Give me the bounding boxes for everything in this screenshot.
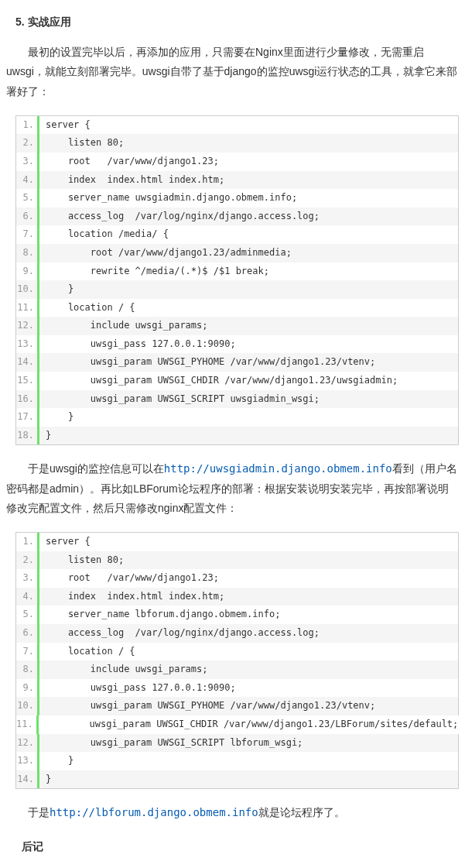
code-text: uwsgi_param UWSGI_PYHOME /var/www/django… [39,353,458,372]
line-number: 5. [16,606,39,624]
code-line: 10. uwsgi_param UWSGI_PYHOME /var/www/dj… [16,697,458,715]
text: 于是uwsgi的监控信息可以在 [28,462,164,475]
code-text: location / { [39,643,458,661]
code-text: root /var/www/django1.23/adminmedia; [39,244,458,262]
code-text: listen 80; [39,551,458,570]
code-block-2: 1.server {2. listen 80;3. root /var/www/… [15,532,459,789]
code-text: access_log /var/log/nginx/django.access.… [39,624,458,643]
code-text: rewrite ^/media/(.*)$ /$1 break; [39,262,458,281]
line-number: 11. [16,299,39,317]
line-number: 9. [16,262,39,281]
code-line: 9. rewrite ^/media/(.*)$ /$1 break; [16,262,458,281]
code-text: root /var/www/django1.23; [39,153,458,171]
code-text: } [39,770,458,789]
line-number: 5. [16,189,39,208]
line-number: 8. [16,660,39,679]
code-line: 17. } [16,408,458,427]
line-number: 3. [16,153,39,171]
code-line: 7. location /media/ { [16,225,458,244]
section-heading: 5. 实战应用 [15,12,459,32]
line-number: 17. [16,408,39,427]
code-text: include uwsgi_params; [39,660,458,679]
code-text: index index.html index.htm; [39,171,458,190]
code-text: listen 80; [39,134,458,153]
code-text: location /media/ { [39,225,458,244]
line-number: 14. [16,770,39,789]
code-line: 13. } [16,752,458,770]
line-number: 1. [16,533,39,551]
code-line: 14.} [16,770,458,789]
code-text: index index.html index.htm; [39,588,458,606]
code-text: server_name uwsgiadmin.django.obmem.info… [39,189,458,208]
line-number: 7. [16,643,39,661]
code-line: 2. listen 80; [16,551,458,570]
code-text: server { [39,533,458,551]
line-number: 12. [16,734,39,753]
line-number: 10. [16,280,39,299]
code-line: 12. uwsgi_param UWSGI_SCRIPT lbforum_wsg… [16,734,458,753]
line-number: 6. [16,624,39,643]
code-line: 5. server_name uwsgiadmin.django.obmem.i… [16,189,458,208]
code-text: uwsgi_param UWSGI_CHDIR /var/www/django1… [39,715,465,734]
line-number: 4. [16,588,39,606]
code-line: 3. root /var/www/django1.23; [16,153,458,171]
line-number: 9. [16,679,39,698]
code-text: uwsgi_param UWSGI_CHDIR /var/www/django1… [39,372,458,390]
line-number: 7. [16,225,39,244]
code-line: 5. server_name lbforum.django.obmem.info… [16,606,458,624]
code-line: 6. access_log /var/log/nginx/django.acce… [16,208,458,226]
line-number: 2. [16,134,39,153]
code-text: } [39,408,458,427]
paragraph-2: 于是uwsgi的监控信息可以在http://uwsgiadmin.django.… [6,459,459,518]
intro-paragraph-1: 最初的设置完毕以后，再添加的应用，只需要在Nginx里面进行少量修改，无需重启u… [6,43,459,101]
text: 于是 [28,806,50,818]
line-number: 6. [16,208,39,226]
line-number: 15. [16,372,39,390]
code-line: 4. index index.html index.htm; [16,588,458,606]
line-number: 10. [16,697,39,715]
line-number: 1. [16,116,39,135]
line-number: 11. [16,715,39,734]
code-text: uwsgi_param UWSGI_SCRIPT uwsgiadmin_wsgi… [39,390,458,409]
code-line: 11. uwsgi_param UWSGI_CHDIR /var/www/dja… [16,715,458,734]
code-text: location / { [39,299,458,317]
code-text: uwsgi_param UWSGI_PYHOME /var/www/django… [39,697,458,715]
postscript-heading: 后记 [22,837,459,856]
code-line: 9. uwsgi_pass 127.0.0.1:9090; [16,679,458,698]
line-number: 2. [16,551,39,570]
code-line: 8. root /var/www/django1.23/adminmedia; [16,244,458,262]
code-line: 1.server { [16,116,458,135]
code-text: uwsgi_pass 127.0.0.1:9090; [39,335,458,354]
code-line: 14. uwsgi_param UWSGI_PYHOME /var/www/dj… [16,353,458,372]
code-line: 4. index index.html index.htm; [16,171,458,190]
line-number: 14. [16,353,39,372]
code-line: 15. uwsgi_param UWSGI_CHDIR /var/www/dja… [16,372,458,390]
monitor-link[interactable]: http://uwsgiadmin.django.obmem.info [164,462,392,475]
line-number: 18. [16,427,39,445]
line-number: 16. [16,390,39,409]
paragraph-3: 于是http://lbforum.django.obmem.info就是论坛程序… [6,803,459,822]
code-line: 2. listen 80; [16,134,458,153]
code-text: uwsgi_param UWSGI_SCRIPT lbforum_wsgi; [39,734,458,753]
code-text: include uwsgi_params; [39,317,458,335]
code-text: uwsgi_pass 127.0.0.1:9090; [39,679,458,698]
code-line: 7. location / { [16,643,458,661]
code-text: root /var/www/django1.23; [39,569,458,588]
code-line: 10. } [16,280,458,299]
code-line: 6. access_log /var/log/nginx/django.acce… [16,624,458,643]
forum-link[interactable]: http://lbforum.django.obmem.info [50,806,258,818]
code-line: 12. include uwsgi_params; [16,317,458,335]
code-block-1: 1.server {2. listen 80;3. root /var/www/… [15,115,459,446]
code-line: 16. uwsgi_param UWSGI_SCRIPT uwsgiadmin_… [16,390,458,409]
code-line: 3. root /var/www/django1.23; [16,569,458,588]
code-text: server { [39,116,458,135]
line-number: 8. [16,244,39,262]
line-number: 4. [16,171,39,190]
code-text: server_name lbforum.django.obmem.info; [39,606,458,624]
line-number: 13. [16,335,39,354]
code-text: } [39,752,458,770]
code-line: 8. include uwsgi_params; [16,660,458,679]
code-line: 1.server { [16,533,458,551]
code-text: } [39,280,458,299]
code-line: 13. uwsgi_pass 127.0.0.1:9090; [16,335,458,354]
